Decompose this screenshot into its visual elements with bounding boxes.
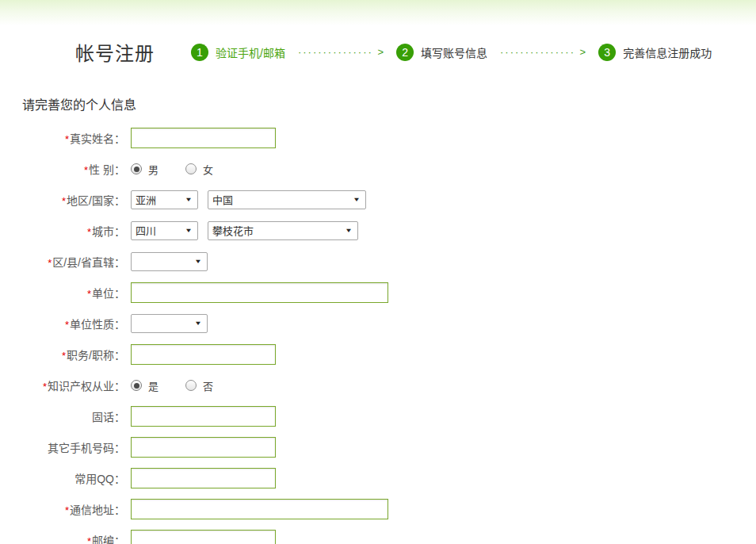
- required-mark: *: [62, 350, 66, 362]
- org-type-select[interactable]: [131, 314, 208, 333]
- section-heading: 请完善您的个人信息: [22, 94, 756, 113]
- label-colon: ：: [114, 534, 125, 544]
- org-type-label: *单位性质：: [22, 316, 125, 331]
- job-title-label-text: 职务/职称: [67, 349, 114, 362]
- city-select[interactable]: 攀枝花市: [208, 221, 358, 240]
- label-colon: ：: [114, 380, 125, 393]
- real-name-label: *真实姓名：: [22, 130, 125, 146]
- form-row-real-name: *真实姓名：: [22, 128, 756, 148]
- form-row-job-title: *职务/职称：: [22, 344, 756, 365]
- district-select-wrap: ▼: [131, 252, 208, 271]
- personal-info-form: 请完善您的个人信息 *真实姓名： *性 别： 男 女 *地区/国家： 亚洲 ▼ …: [0, 94, 756, 544]
- other-mobile-label: 其它手机号码：: [22, 439, 125, 455]
- org-type-label-text: 单位性质: [70, 318, 114, 331]
- form-row-city: *城市： 四川 ▼ 攀枝花市 ▼: [22, 220, 756, 241]
- gender-label-text: 性 别: [89, 163, 114, 176]
- required-mark: *: [87, 288, 91, 300]
- required-mark: *: [84, 164, 88, 176]
- province-select[interactable]: 四川: [131, 221, 198, 240]
- required-mark: *: [48, 257, 52, 269]
- ip-profession-yes-label: 是: [148, 378, 158, 393]
- landline-input[interactable]: [131, 406, 276, 427]
- form-row-region-country: *地区/国家： 亚洲 ▼ 中国 ▼: [22, 190, 756, 210]
- label-colon: ：: [114, 287, 125, 300]
- required-mark: *: [43, 381, 47, 393]
- form-row-postal-code: *邮编：: [22, 530, 756, 544]
- region-country-label-text: 地区/国家: [67, 194, 114, 207]
- real-name-input[interactable]: [131, 128, 276, 148]
- mailing-address-input[interactable]: [131, 499, 388, 519]
- ip-profession-no-label: 否: [203, 378, 213, 393]
- district-label-text: 区/县/省直辖: [52, 256, 114, 269]
- organization-label-text: 单位: [92, 287, 114, 300]
- step-3-circle: 3: [598, 44, 616, 61]
- form-row-mailing-address: *通信地址：: [22, 499, 756, 519]
- label-colon: ：: [114, 163, 125, 176]
- label-colon: ：: [114, 194, 125, 207]
- step-1-circle: 1: [191, 44, 208, 61]
- label-colon: ：: [114, 442, 125, 454]
- label-colon: ：: [114, 225, 125, 238]
- gender-female-label: 女: [203, 162, 213, 177]
- form-row-district: *区/县/省直辖： ▼: [22, 251, 756, 272]
- organization-input[interactable]: [131, 282, 388, 303]
- label-colon: ：: [114, 256, 125, 269]
- city-label-text: 城市: [92, 225, 114, 238]
- province-select-wrap: 四川 ▼: [131, 221, 198, 240]
- header-gradient-bar: [0, 0, 756, 25]
- job-title-input[interactable]: [131, 344, 276, 365]
- required-mark: *: [87, 226, 91, 238]
- gender-female-radio[interactable]: [185, 163, 197, 174]
- form-row-org-type: *单位性质： ▼: [22, 313, 756, 334]
- country-select-wrap: 中国 ▼: [208, 190, 366, 209]
- city-label: *城市：: [22, 223, 125, 239]
- form-row-other-mobile: 其它手机号码：: [22, 437, 756, 458]
- continent-select-wrap: 亚洲 ▼: [131, 190, 198, 209]
- form-row-landline: 固话：: [22, 406, 756, 427]
- country-select[interactable]: 中国: [208, 190, 366, 209]
- step-2-label: 填写账号信息: [421, 44, 487, 60]
- ip-profession-yes-radio[interactable]: [131, 380, 142, 391]
- page-title: 帐号注册: [75, 38, 155, 66]
- other-mobile-label-text: 其它手机号码: [48, 442, 114, 454]
- stepper-connector-arrow-1: ··············· >: [298, 46, 385, 58]
- required-mark: *: [65, 133, 69, 145]
- label-colon: ：: [114, 132, 125, 145]
- real-name-label-text: 真实姓名: [70, 132, 114, 145]
- ip-profession-label: *知识产权从业：: [22, 377, 125, 393]
- continent-select[interactable]: 亚洲: [131, 190, 198, 209]
- ip-profession-radio-group: 是 否: [131, 378, 213, 393]
- step-1: 1 验证手机/邮箱: [191, 44, 285, 61]
- landline-label-text: 固话: [92, 411, 114, 423]
- registration-stepper: 1 验证手机/邮箱 ··············· > 2 填写账号信息 ···…: [191, 44, 712, 61]
- step-3: 3 完善信息注册成功: [598, 44, 712, 61]
- header: 帐号注册 1 验证手机/邮箱 ··············· > 2 填写账号信…: [0, 25, 756, 66]
- ip-profession-no-radio[interactable]: [185, 380, 197, 391]
- district-select[interactable]: [131, 252, 208, 271]
- step-3-label: 完善信息注册成功: [623, 44, 712, 60]
- required-mark: *: [87, 535, 91, 544]
- form-row-ip-profession: *知识产权从业： 是 否: [22, 375, 756, 396]
- mailing-address-label-text: 通信地址: [70, 504, 114, 516]
- organization-label: *单位：: [22, 285, 125, 301]
- qq-input[interactable]: [131, 468, 276, 488]
- district-label: *区/县/省直辖：: [22, 254, 125, 270]
- label-colon: ：: [114, 504, 125, 516]
- label-colon: ：: [114, 349, 125, 362]
- other-mobile-input[interactable]: [131, 437, 276, 458]
- label-colon: ：: [114, 473, 125, 485]
- mailing-address-label: *通信地址：: [22, 501, 125, 517]
- form-row-qq: 常用QQ：: [22, 468, 756, 488]
- org-type-select-wrap: ▼: [131, 314, 208, 333]
- required-mark: *: [62, 195, 66, 207]
- landline-label: 固话：: [22, 408, 125, 424]
- form-row-organization: *单位：: [22, 282, 756, 303]
- gender-label: *性 别：: [22, 161, 125, 177]
- postal-code-label: *邮编：: [22, 532, 125, 544]
- gender-male-label: 男: [148, 162, 158, 177]
- step-2: 2 填写账号信息: [396, 44, 487, 61]
- label-colon: ：: [114, 411, 125, 423]
- region-country-label: *地区/国家：: [22, 192, 125, 208]
- postal-code-input[interactable]: [131, 530, 276, 544]
- gender-male-radio[interactable]: [131, 163, 142, 174]
